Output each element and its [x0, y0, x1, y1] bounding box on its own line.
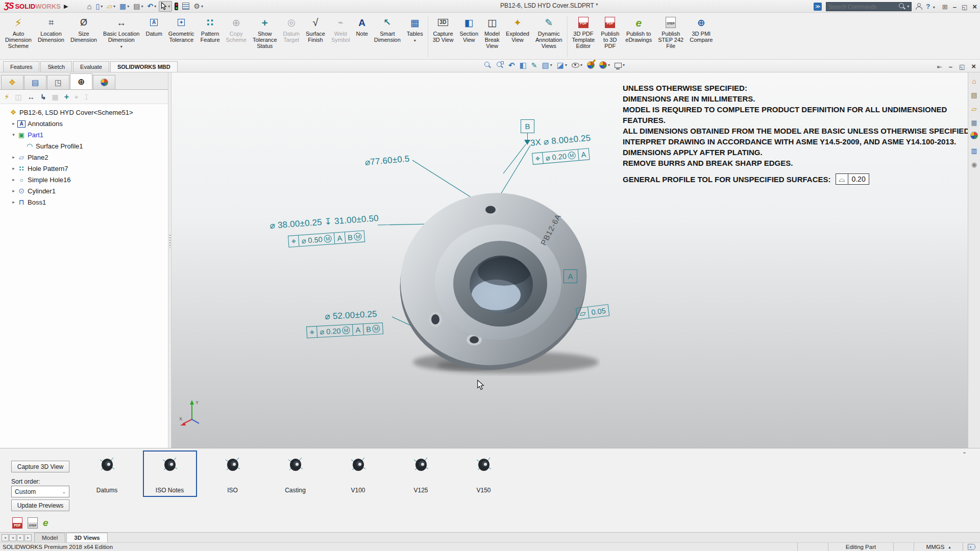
select-button[interactable]: ▾ [159, 1, 172, 12]
panel-tab-displaymanager[interactable] [93, 75, 115, 89]
tab-scroll-next-button[interactable]: ▸ [17, 534, 24, 541]
show-tolerance-status-button[interactable]: +ShowToleranceStatus [250, 14, 280, 59]
hide-show-items-button[interactable]: ▾ [572, 63, 582, 68]
options-list-button[interactable] [181, 1, 191, 12]
logo-flyout-icon[interactable]: ▶ [64, 3, 68, 10]
search-input[interactable] [828, 4, 898, 10]
close-window-button[interactable]: × [972, 2, 977, 11]
tree-item[interactable]: ▸▱Plane2 [0, 152, 171, 163]
tab-solidworks-mbd[interactable]: SOLIDWORKS MBD [110, 61, 178, 72]
size-dimension-button[interactable]: ØSizeDimension [67, 14, 100, 59]
chevron-down-icon[interactable]: ▾ [414, 38, 416, 44]
chevron-down-icon[interactable]: ▾ [120, 44, 122, 50]
search-commands-box[interactable]: ▾ [826, 2, 912, 11]
rebuild-button[interactable] [173, 1, 180, 12]
undo-button[interactable]: ↶▾ [146, 1, 158, 12]
profile-tolerance-note[interactable]: GENERAL PROFILE TOL FOR UNSPECIFIED SURF… [623, 173, 869, 185]
apply-scene-button[interactable]: ▾ [599, 61, 610, 69]
publish-step-242-file-button[interactable]: STEP [28, 517, 38, 529]
tab-model[interactable]: Model [34, 533, 65, 542]
chevron-down-icon[interactable]: ▾ [623, 63, 625, 67]
open-document-button[interactable]: ▱▾ [105, 1, 117, 12]
publish-to-edrawings-button[interactable]: e [43, 518, 48, 528]
restore-document-button[interactable]: ◱ [959, 62, 965, 71]
pattern-feature-button[interactable]: ∷PatternFeature [198, 14, 223, 59]
disclosure-collapsed-icon[interactable]: ▸ [10, 188, 17, 193]
collapse-pane-button[interactable]: ⇤ [937, 62, 942, 71]
datum-button[interactable]: ADatum [142, 14, 165, 59]
view-datums[interactable]: Datums [80, 450, 134, 497]
panel-splitter[interactable] [168, 72, 171, 448]
tree-item[interactable]: ◠Surface Profile1 [0, 140, 171, 152]
panel-tab-featuremanager[interactable]: ❖ [1, 75, 23, 89]
save-button[interactable]: ▦▾ [118, 1, 131, 12]
view-iso-notes[interactable]: ISO Notes [143, 450, 197, 497]
search-icon[interactable] [898, 3, 906, 10]
tab-sketch[interactable]: Sketch [40, 61, 72, 72]
view-v125[interactable]: V125 [394, 450, 448, 497]
view-v150[interactable]: V150 [457, 450, 511, 497]
panel-tab-dimxpertmanager[interactable]: ⊕ [70, 73, 92, 89]
tree-item[interactable]: ▸○Simple Hole16 [0, 174, 171, 185]
tree-item[interactable]: ❖PB12-6, LSD HYD Cover<Scheme51> [0, 107, 171, 118]
display-style-button[interactable]: ◪▾ [557, 61, 567, 69]
general-notes[interactable]: UNLESS OTHERWISE SPECIFIED:DIMENSIONS AR… [623, 83, 968, 168]
tree-item[interactable]: ▾▣Part1 [0, 129, 171, 140]
print-button[interactable]: ▤▾ [132, 1, 144, 12]
help-button[interactable]: ? ▾ [926, 3, 935, 10]
disclosure-expanded-icon[interactable]: ▾ [10, 132, 17, 137]
dynamic-annotation-views-button[interactable]: ✎DynamicAnnotationViews [532, 14, 566, 59]
zoom-to-fit-button[interactable] [484, 61, 492, 69]
exploded-view-button[interactable]: ✦ExplodedView [503, 14, 532, 59]
publish-to-3d-pdf-button[interactable]: PDFPublishto 3DPDF [598, 14, 622, 59]
tag-button[interactable] [963, 543, 980, 551]
login-user-icon[interactable] [916, 3, 922, 10]
search-flyout-icon[interactable]: ≫ [814, 3, 822, 11]
chevron-down-icon[interactable]: ▾ [127, 4, 129, 9]
home-button[interactable]: ⌂ [86, 1, 93, 12]
tab-3d-views[interactable]: 3D Views [66, 533, 107, 542]
view-iso[interactable]: ISO [206, 450, 260, 497]
sort-order-select[interactable]: Custom ⌄ [11, 486, 69, 497]
note-button[interactable]: ANote [353, 14, 371, 59]
panel-tab-propertymanager[interactable]: ▤ [24, 75, 46, 89]
section-view-button[interactable]: ◧ [520, 61, 527, 69]
update-previews-button[interactable]: Update Previews [11, 499, 69, 511]
units-selector[interactable]: MMGS▴ [914, 543, 963, 551]
chevron-down-icon[interactable]: ▾ [565, 63, 567, 67]
capture-3d-view-button[interactable]: Capture 3D View [11, 461, 69, 472]
edit-appearance-button[interactable] [587, 61, 595, 69]
restore-window-button[interactable]: ◱ [962, 2, 967, 11]
view-v100[interactable]: V100 [331, 450, 385, 497]
minimize-window-button[interactable]: – [953, 2, 957, 11]
disclosure-collapsed-icon[interactable]: ▸ [10, 177, 17, 182]
previous-view-button[interactable]: ↶ [508, 61, 515, 69]
custom-properties-button[interactable]: ▥ [971, 146, 977, 155]
appearances-scenes-button[interactable] [970, 132, 978, 141]
chevron-down-icon[interactable]: ▾ [154, 4, 156, 9]
disclosure-collapsed-icon[interactable]: ▸ [10, 155, 17, 160]
tree-item[interactable]: ▸AAnnotations [0, 118, 171, 129]
chevron-down-icon[interactable]: ▾ [141, 4, 143, 9]
3d-pmi-compare-button[interactable]: ⊕3D PMICompare [687, 14, 716, 59]
publish-step-242-file-button[interactable]: STEPPublishSTEP 242File [655, 14, 687, 59]
model-break-view-button[interactable]: ◫ModelBreakView [481, 14, 503, 59]
tab-scroll-first-button[interactable]: ◂ [2, 534, 9, 541]
disclosure-collapsed-icon[interactable]: ▸ [10, 199, 17, 205]
smart-dimension-button[interactable]: ↖SmartDimension [371, 14, 404, 59]
publish-to-3d-pdf-button[interactable]: PDF [12, 517, 22, 529]
minimize-document-button[interactable]: – [949, 62, 952, 71]
section-view-button[interactable]: ◧SectionView [456, 14, 481, 59]
chevron-down-icon[interactable]: ▾ [580, 63, 582, 67]
chevron-down-icon[interactable]: ▾ [168, 4, 170, 9]
new-document-button[interactable]: ▯▾ [94, 1, 105, 12]
graphics-area[interactable]: PB12-6A UNLESS OTHERWISE SPECIFIED:DIMEN… [172, 72, 968, 448]
chevron-down-icon[interactable]: ▾ [113, 4, 115, 9]
auto-dimension-scheme-button[interactable]: ⚡ [4, 92, 10, 102]
disclosure-collapsed-icon[interactable]: ▸ [10, 166, 17, 171]
chevron-down-icon[interactable]: ▾ [101, 4, 103, 9]
dynamic-annotation-views-button[interactable]: ✎ [531, 62, 537, 69]
close-document-button[interactable]: × [971, 62, 976, 71]
design-library-button[interactable]: ▤ [971, 90, 977, 99]
chevron-down-icon[interactable]: ▾ [550, 63, 552, 67]
